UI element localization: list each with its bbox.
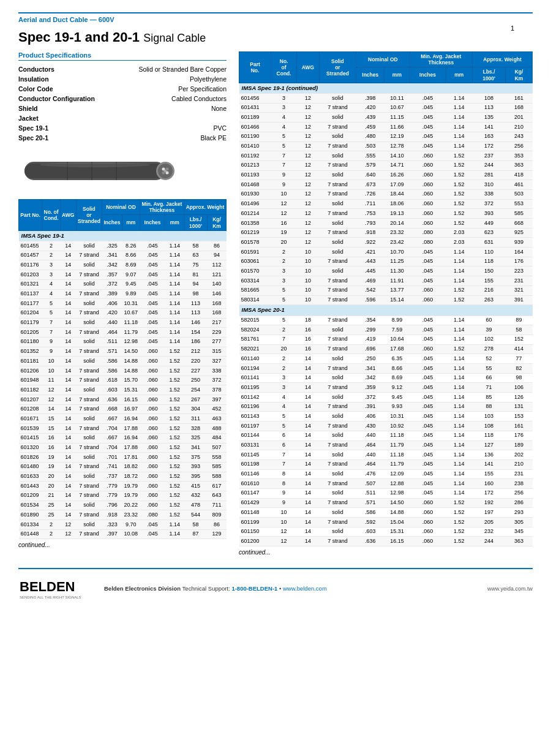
footer-phone: 1-800-BELDEN-1: [231, 585, 277, 592]
table-cell: 7 strand: [76, 529, 102, 539]
table-cell: 163: [473, 132, 506, 142]
table-cell: .060: [410, 537, 446, 546]
table-row: 6012045147 strand.42010.67.0451.14113168: [19, 308, 227, 318]
table-cell: .080: [410, 228, 446, 238]
table-cell: 118: [473, 431, 506, 440]
table-cell: 19.79: [122, 491, 140, 501]
table-cell: 244: [473, 537, 506, 546]
table-cell: .045: [410, 123, 446, 132]
spec-row: ShieldNone: [18, 104, 227, 113]
table-row: 6031316147 strand.46411.79.0451.14127189: [239, 440, 533, 450]
table-cell: 176: [506, 431, 533, 440]
part-number: 601144: [239, 431, 271, 440]
table-cell: 14: [297, 402, 320, 412]
table-cell: 1.52: [446, 295, 473, 305]
table-cell: 585: [208, 462, 227, 472]
part-number: 601431: [239, 103, 271, 113]
table-cell: 1.52: [165, 347, 184, 357]
left-data-table: Part No. No. ofCond. AWG SolidorStranded…: [18, 199, 227, 539]
table-cell: solid: [76, 260, 102, 270]
table-cell: 14: [297, 527, 320, 537]
table-cell: 278: [473, 344, 506, 354]
table-cell: 1.14: [446, 479, 473, 489]
table-cell: 3: [271, 373, 297, 383]
table-cell: .060: [410, 344, 446, 354]
table-cell: 110: [473, 248, 506, 257]
table-cell: 82: [506, 364, 533, 374]
table-cell: 14: [297, 537, 320, 546]
table-cell: 14: [60, 251, 76, 260]
table-cell: 10: [271, 518, 297, 527]
table-cell: .045: [410, 488, 446, 498]
table-cell: 1.52: [446, 199, 473, 209]
table-cell: 293: [506, 508, 533, 518]
table-cell: .045: [140, 241, 165, 251]
table-cell: 1.14: [446, 488, 473, 498]
table-cell: 414: [506, 344, 533, 354]
table-row: 6015342514solid.79620.22.0601.52478711: [19, 501, 227, 510]
table-cell: .060: [140, 453, 165, 463]
table-cell: 395: [184, 472, 208, 482]
table-cell: 14: [297, 440, 320, 450]
part-number: 601203: [19, 270, 42, 280]
table-cell: 16.94: [122, 433, 140, 443]
table-cell: 1.14: [446, 132, 473, 142]
table-cell: 14: [60, 433, 76, 443]
table-cell: 155: [473, 469, 506, 479]
table-row: 6018261914solid.70117.81.0601.52375558: [19, 453, 227, 463]
table-cell: 1.14: [165, 299, 184, 309]
table-cell: .045: [410, 364, 446, 374]
table-cell: 286: [506, 498, 533, 508]
table-cell: 12.09: [384, 469, 410, 479]
spec-value: Solid or Stranded Bare Copper: [116, 64, 227, 74]
table-cell: solid: [76, 337, 102, 347]
table-cell: 1.52: [446, 151, 473, 161]
table-cell: 113: [184, 308, 208, 318]
table-cell: 7 strand: [319, 498, 356, 508]
table-cell: 1.14: [446, 412, 473, 421]
table-cell: .406: [356, 412, 384, 421]
table-cell: .673: [356, 180, 384, 190]
table-row: 601192712solid.55514.10.0601.52237353: [239, 151, 533, 161]
table-cell: .060: [410, 151, 446, 161]
table-cell: solid: [319, 113, 356, 123]
table-row: 601141314solid.3428.69.0451.146698: [239, 373, 533, 383]
table-cell: 1.14: [446, 421, 473, 431]
table-cell: .045: [140, 529, 165, 539]
table-cell: 393: [184, 462, 208, 472]
table-cell: 7: [271, 450, 297, 460]
th-no-cond: No. ofCond.: [42, 200, 61, 231]
table-cell: 2: [42, 529, 61, 539]
table-cell: 1.14: [446, 469, 473, 479]
table-cell: 7 strand: [319, 402, 356, 412]
table-cell: 328: [184, 424, 208, 434]
table-cell: 12: [297, 170, 320, 180]
table-cell: 14: [60, 328, 76, 338]
table-cell: 8.69: [122, 260, 140, 270]
table-row: 601189412solid.43911.15.0451.14135201: [239, 113, 533, 123]
table-cell: 189: [506, 440, 533, 450]
th-r-lbs: Lbs./1000': [473, 67, 506, 83]
table-cell: 9.07: [122, 270, 140, 280]
table-cell: 7: [271, 151, 297, 161]
part-number: 601320: [19, 443, 42, 453]
table-cell: .796: [102, 501, 122, 510]
table-row: 601145714solid.44011.18.0451.14136202: [239, 450, 533, 460]
table-cell: 16.26: [384, 170, 410, 180]
table-cell: 216: [473, 285, 506, 295]
table-cell: 98: [184, 289, 208, 299]
table-cell: 310: [473, 180, 506, 190]
table-cell: 1.52: [446, 537, 473, 546]
part-number: 581665: [239, 285, 271, 295]
table-cell: 11.30: [384, 266, 410, 276]
part-number: 601358: [239, 219, 271, 229]
table-cell: 16.97: [122, 404, 140, 414]
table-row: 601193912solid.64016.26.0601.52281418: [239, 170, 533, 180]
table-cell: 939: [506, 238, 533, 248]
table-cell: 7 strand: [76, 376, 102, 385]
table-cell: 12: [297, 123, 320, 132]
table-cell: .045: [410, 113, 446, 123]
table-cell: 1.14: [446, 316, 473, 325]
table-cell: 7 strand: [319, 440, 356, 450]
table-cell: 588: [208, 472, 227, 482]
